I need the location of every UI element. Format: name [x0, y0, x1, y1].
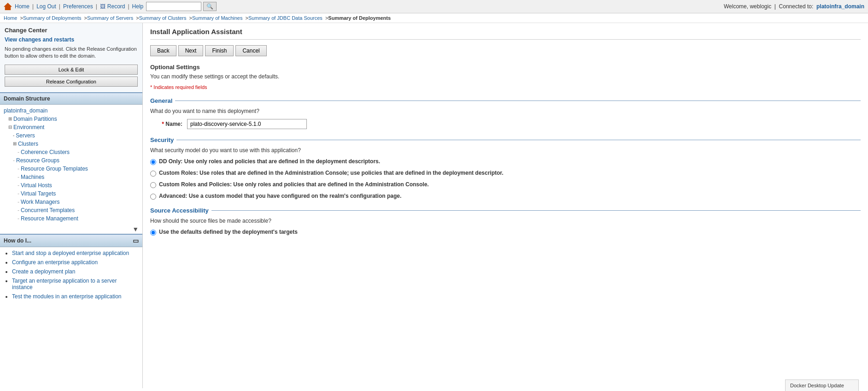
- how-do-i-content: Start and stop a deployed enterprise app…: [0, 247, 142, 305]
- virtual-hosts-link[interactable]: Virtual Hosts: [21, 182, 52, 189]
- how-do-i-panel: How do I... ▭ Start and stop a deployed …: [0, 235, 142, 305]
- security-option-advanced: Advanced: Use a custom model that you ha…: [150, 193, 861, 200]
- domain-name: platoinfra_domain: [816, 3, 864, 10]
- security-section-line: [176, 140, 861, 140]
- domain-partitions-link[interactable]: Domain Partitions: [13, 116, 57, 122]
- sidebar-item-domain-partitions[interactable]: ⊞ Domain Partitions: [5, 115, 142, 123]
- sidebar-item-machines[interactable]: - Machines: [14, 173, 142, 181]
- tree-root[interactable]: platoinfra_domain: [0, 107, 142, 115]
- how-do-i-link-2[interactable]: Configure an enterprise application: [12, 259, 98, 266]
- breadcrumb-home[interactable]: Home: [4, 15, 17, 21]
- virtual-targets-link[interactable]: Virtual Targets: [21, 190, 56, 197]
- indent-icon: -: [18, 199, 19, 205]
- optional-settings-desc: You can modify these settings or accept …: [150, 73, 861, 80]
- sidebar-item-clusters[interactable]: ⊞ Clusters: [9, 140, 142, 148]
- top-nav-bar: Home | Log Out | Preferences | 🖼 Record …: [0, 0, 868, 13]
- record-link[interactable]: Record: [107, 3, 125, 10]
- release-config-button[interactable]: Release Configuration: [5, 77, 138, 87]
- source-accessibility-header: Source Accessibility: [150, 207, 861, 214]
- sidebar-item-virtual-targets[interactable]: - Virtual Targets: [14, 190, 142, 198]
- sidebar-item-concurrent-templates[interactable]: - Concurrent Templates: [14, 206, 142, 214]
- sidebar-item-resource-groups[interactable]: - Resource Groups: [9, 156, 142, 165]
- security-radio-custom-roles-policies[interactable]: [150, 182, 156, 188]
- top-nav-links: Home | Log Out | Preferences | 🖼 Record …: [15, 3, 143, 10]
- general-section-header: General: [150, 97, 861, 104]
- how-do-i-header: How do I... ▭: [0, 235, 142, 247]
- list-item: Test the modules in an enterprise applic…: [12, 293, 138, 300]
- docker-popup-label: Docker Desktop Update: [790, 383, 844, 388]
- work-managers-link[interactable]: Work Managers: [21, 199, 59, 205]
- sidebar-item-resource-group-templates[interactable]: - Resource Group Templates: [14, 165, 142, 173]
- view-changes-link[interactable]: View changes and restarts: [5, 36, 138, 43]
- search-bar: 🔍: [146, 2, 217, 11]
- breadcrumb-deployments1[interactable]: Summary of Deployments: [23, 15, 82, 21]
- connected-label: Connected to:: [779, 3, 814, 10]
- breadcrumb-jdbc[interactable]: Summary of JDBC Data Sources: [248, 15, 323, 21]
- list-item: Create a deployment plan: [12, 268, 138, 275]
- how-do-i-link-1[interactable]: Start and stop a deployed enterprise app…: [12, 250, 129, 256]
- resource-management-link[interactable]: Resource Management: [21, 215, 78, 222]
- change-center-title: Change Center: [5, 27, 138, 34]
- lock-edit-button[interactable]: Lock & Edit: [5, 65, 138, 75]
- security-radio-advanced[interactable]: [150, 194, 156, 200]
- list-item: Configure an enterprise application: [12, 259, 138, 266]
- change-center-panel: Change Center View changes and restarts …: [0, 23, 142, 93]
- next-button[interactable]: Next: [178, 45, 204, 56]
- home-link[interactable]: Home: [15, 3, 29, 10]
- logout-link[interactable]: Log Out: [36, 3, 56, 10]
- how-do-i-link-5[interactable]: Test the modules in an enterprise applic…: [12, 293, 121, 300]
- source-accessibility-section: Source Accessibility How should the sour…: [150, 207, 861, 236]
- finish-button[interactable]: Finish: [205, 45, 234, 56]
- servers-link[interactable]: Servers: [16, 132, 35, 139]
- name-label: * Name:: [150, 121, 187, 127]
- security-section-header: Security: [150, 136, 861, 143]
- environment-link[interactable]: Environment: [13, 124, 44, 130]
- sidebar-item-virtual-hosts[interactable]: - Virtual Hosts: [14, 181, 142, 190]
- breadcrumb-active: Summary of Deployments: [328, 15, 391, 21]
- search-input[interactable]: [146, 2, 201, 11]
- indent-icon: -: [18, 149, 19, 155]
- clusters-link[interactable]: Clusters: [18, 141, 38, 147]
- sidebar-item-work-managers[interactable]: - Work Managers: [14, 198, 142, 206]
- breadcrumb-clusters[interactable]: Summary of Clusters: [139, 15, 187, 21]
- how-do-i-title: How do I...: [4, 237, 31, 244]
- help-link[interactable]: Help: [132, 3, 144, 10]
- how-do-i-link-4[interactable]: Target an enterprise application to a se…: [12, 278, 117, 290]
- general-section: General What do you want to name this de…: [150, 97, 861, 129]
- general-title: General: [150, 97, 172, 104]
- docker-popup: Docker Desktop Update: [785, 379, 859, 388]
- indent-icon: -: [13, 157, 15, 164]
- security-radio-custom-roles[interactable]: [150, 171, 156, 177]
- concurrent-templates-link[interactable]: Concurrent Templates: [21, 207, 75, 213]
- coherence-clusters-link[interactable]: Coherence Clusters: [21, 149, 70, 155]
- tree-root-link[interactable]: platoinfra_domain: [4, 107, 47, 114]
- sidebar-item-coherence-clusters[interactable]: - Coherence Clusters: [14, 148, 142, 156]
- record-icon: 🖼: [100, 3, 106, 10]
- resource-group-templates-link[interactable]: Resource Group Templates: [21, 166, 88, 172]
- security-radio-dd-only[interactable]: [150, 159, 156, 165]
- domain-structure-title: Domain Structure: [4, 95, 50, 102]
- deployment-name-input[interactable]: [187, 119, 307, 129]
- breadcrumb-machines[interactable]: Summary of Machines: [192, 15, 242, 21]
- toggle-icon: ⊞: [8, 116, 12, 121]
- breadcrumb-servers[interactable]: Summary of Servers: [87, 15, 133, 21]
- source-radio-use-defaults[interactable]: [150, 230, 156, 236]
- back-button[interactable]: Back: [150, 45, 176, 56]
- sidebar-item-servers[interactable]: - Servers: [9, 131, 142, 140]
- resource-groups-link[interactable]: Resource Groups: [16, 157, 59, 164]
- search-button[interactable]: 🔍: [203, 2, 217, 11]
- change-center-description: No pending changes exist. Click the Rele…: [5, 46, 138, 60]
- sidebar-item-environment[interactable]: ⊟ Environment: [5, 123, 142, 131]
- how-do-i-link-3[interactable]: Create a deployment plan: [12, 268, 75, 275]
- machines-link[interactable]: Machines: [21, 174, 44, 180]
- security-label-custom-roles: Custom Roles: Use roles that are defined…: [159, 170, 504, 176]
- sidebar-item-resource-management[interactable]: - Resource Management: [14, 214, 142, 223]
- scroll-down-indicator[interactable]: ▼: [0, 225, 142, 234]
- security-question: What security model do you want to use w…: [150, 147, 861, 154]
- cancel-button[interactable]: Cancel: [235, 45, 266, 56]
- minimize-icon[interactable]: ▭: [133, 237, 139, 244]
- indent-icon: -: [18, 207, 19, 213]
- domain-tree: platoinfra_domain ⊞ Domain Partitions ⊟ …: [0, 105, 142, 225]
- required-star: *: [162, 121, 165, 127]
- preferences-link[interactable]: Preferences: [63, 3, 93, 10]
